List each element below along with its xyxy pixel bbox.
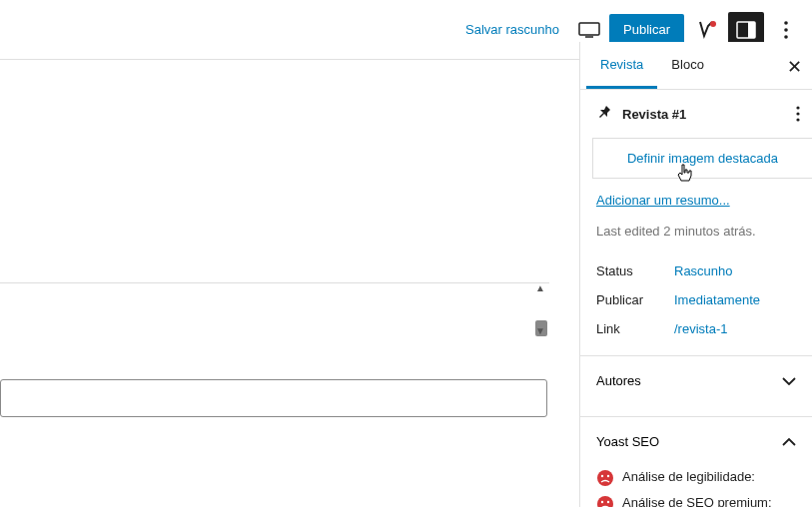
tab-post[interactable]: Revista [586, 43, 657, 89]
yoast-seo-row[interactable]: Análise de SEO premium: Precisa melhorar [596, 491, 796, 507]
post-summary-header: Revista #1 [580, 90, 812, 136]
tab-block[interactable]: Bloco [657, 43, 718, 89]
pin-icon [596, 104, 612, 124]
svg-point-10 [796, 118, 799, 121]
settings-sidebar: Revista Bloco ✕ Revista #1 Definir image… [579, 42, 812, 507]
publish-value[interactable]: Imediatamente [674, 292, 760, 307]
authors-panel: Autores [580, 355, 812, 404]
sad-face-icon [596, 469, 614, 487]
yoast-icon[interactable] [692, 16, 720, 44]
yoast-label: Yoast SEO [596, 434, 659, 449]
save-draft-link[interactable]: Salvar rascunho [455, 16, 569, 43]
move-down-icon[interactable]: ▼ [535, 325, 545, 336]
move-up-icon[interactable]: ▲ [535, 282, 545, 293]
svg-point-5 [784, 21, 788, 25]
svg-point-7 [784, 35, 788, 39]
block-input[interactable] [0, 379, 547, 417]
chevron-up-icon [782, 433, 796, 449]
sidebar-tabs: Revista Bloco ✕ [580, 42, 812, 90]
publish-button[interactable]: Publicar [609, 14, 684, 45]
link-row: Link /revista-1 [580, 314, 812, 343]
link-label: Link [596, 321, 674, 336]
add-excerpt-link[interactable]: Adicionar um resumo... [580, 193, 812, 208]
post-title: Revista #1 [622, 107, 686, 122]
yoast-panel-body: Análise de legibilidade: Análise de SEO … [580, 465, 812, 507]
svg-point-6 [784, 28, 788, 32]
authors-panel-toggle[interactable]: Autores [580, 356, 812, 404]
chevron-down-icon [782, 372, 796, 388]
svg-point-16 [607, 501, 609, 503]
svg-point-14 [597, 496, 613, 507]
status-row: Status Rascunho [580, 256, 812, 285]
yoast-panel: Yoast SEO Análise de legibilidade: Análi… [580, 416, 812, 507]
post-actions-icon[interactable] [796, 106, 800, 126]
svg-point-2 [710, 21, 716, 27]
sad-face-icon [596, 495, 614, 507]
set-featured-image-button[interactable]: Definir imagem destacada [592, 138, 812, 179]
link-value[interactable]: /revista-1 [674, 321, 727, 336]
svg-rect-0 [579, 23, 599, 35]
last-edited-text: Last edited 2 minutos atrás. [580, 224, 812, 256]
yoast-readability-text: Análise de legibilidade: [622, 469, 755, 484]
svg-point-13 [607, 475, 609, 477]
svg-point-9 [796, 112, 799, 115]
publish-label: Publicar [596, 292, 674, 307]
svg-point-11 [597, 470, 613, 486]
status-value[interactable]: Rascunho [674, 263, 733, 278]
close-sidebar-icon[interactable]: ✕ [787, 56, 802, 78]
publish-row: Publicar Imediatamente [580, 285, 812, 314]
svg-point-15 [601, 501, 603, 503]
status-label: Status [596, 263, 674, 278]
svg-point-12 [601, 475, 603, 477]
preview-icon[interactable] [577, 20, 601, 40]
yoast-panel-toggle[interactable]: Yoast SEO [580, 417, 812, 465]
yoast-readability-row[interactable]: Análise de legibilidade: [596, 465, 796, 491]
authors-label: Autores [596, 373, 641, 388]
svg-point-8 [796, 106, 799, 109]
svg-rect-4 [748, 22, 755, 38]
block-mover-region: ▲ ▼ [0, 274, 549, 344]
yoast-seo-text: Análise de SEO premium: Precisa melhorar [622, 495, 796, 507]
editor-canvas: ▲ ▼ [0, 60, 579, 507]
